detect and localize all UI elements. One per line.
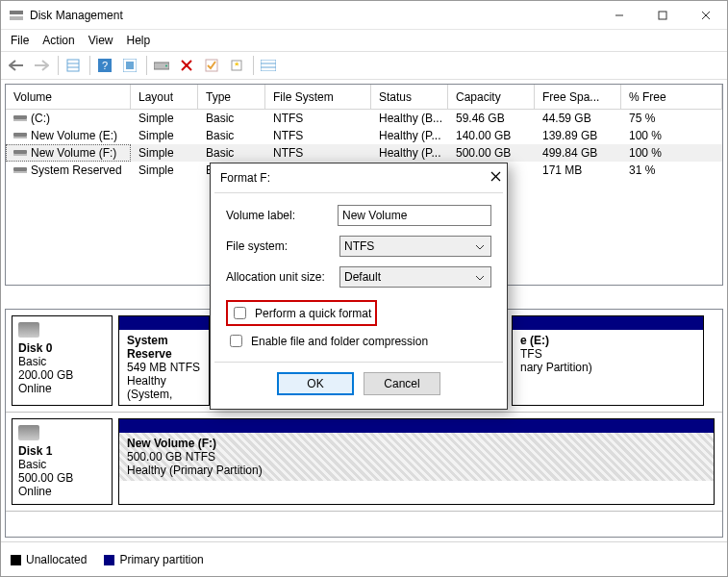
file-system-select[interactable]: NTFS — [339, 236, 491, 257]
dialog-close-button[interactable] — [490, 171, 501, 185]
allocation-size-label: Allocation unit size: — [226, 270, 339, 284]
quick-format-checkbox[interactable] — [234, 307, 246, 319]
dialog-title: Format F: — [220, 171, 490, 185]
compression-label: Enable file and folder compression — [251, 335, 428, 348]
compression-checkbox[interactable] — [230, 335, 242, 347]
file-system-label: File system: — [226, 239, 339, 253]
volume-label-input[interactable] — [338, 205, 491, 226]
allocation-size-select[interactable]: Default — [339, 266, 491, 288]
cancel-button[interactable]: Cancel — [364, 372, 440, 395]
format-dialog: Format F: Volume label: File system: NTF… — [210, 163, 508, 410]
volume-label-label: Volume label: — [226, 209, 338, 222]
modal-mask: Format F: Volume label: File system: NTF… — [1, 1, 727, 576]
ok-button[interactable]: OK — [277, 372, 354, 395]
quick-format-label: Perform a quick format — [255, 307, 371, 320]
quick-format-highlight: Perform a quick format — [226, 300, 377, 326]
dialog-titlebar: Format F: — [211, 163, 507, 192]
